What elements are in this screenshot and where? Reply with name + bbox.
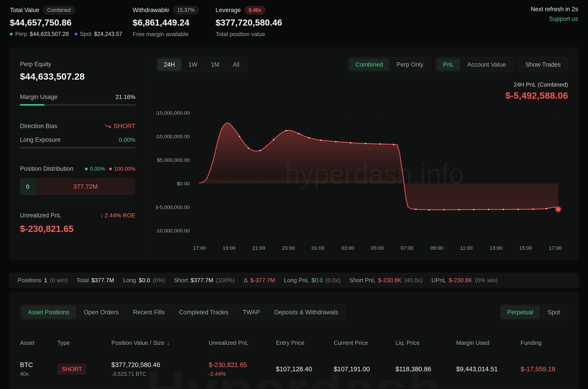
row-unrealized-pnl-pct: -2.44%	[209, 371, 274, 377]
withdrawable-sub: Free margin available	[133, 31, 216, 38]
distribution-short-segment: 377.72M	[36, 178, 135, 195]
summary-total: Total $377.7M	[76, 277, 114, 284]
long-exposure-label: Long Exposure	[20, 136, 61, 143]
withdrawable-badge: 15.37%	[173, 6, 199, 15]
total-value-amount: $44,657,750.86	[10, 18, 133, 28]
distribution-long-segment: 0	[20, 178, 36, 195]
col-unrealized-pnl[interactable]: Unrealized PnL	[209, 339, 274, 346]
support-us-link[interactable]: Support us	[531, 15, 578, 22]
leverage-metric: Leverage 8.46x $377,720,580.46 Total pos…	[216, 6, 282, 38]
svg-text:$-10,000,000.00: $-10,000,000.00	[156, 228, 190, 233]
pnl-readout-value: $-5,492,588.06	[156, 90, 568, 101]
stats-sidebar: Perp Equity $44,633,507.28 Margin Usage …	[20, 57, 146, 253]
position-type-badge: SHORT	[57, 364, 87, 375]
roe-down-arrow-icon: ↓	[100, 212, 103, 219]
show-trades-button[interactable]: Show Trades	[518, 57, 568, 72]
direction-bias-value: SHORT	[114, 123, 136, 130]
long-pct: 0.00%	[90, 166, 105, 172]
toggle-perpetual[interactable]: Perpetual	[501, 306, 540, 319]
sort-desc-icon: ↓	[167, 339, 170, 346]
svg-text:03:00: 03:00	[341, 245, 354, 251]
row-unrealized-pnl: $-230,821.65	[209, 361, 274, 369]
col-type[interactable]: Type	[57, 339, 109, 346]
row-margin-used: $9,443,014.51	[456, 365, 518, 373]
range-1m[interactable]: 1M	[205, 59, 226, 71]
summary-upnl: UPnL $-230.8K (0% win)	[431, 277, 498, 284]
long-exposure-bar	[20, 147, 135, 149]
mode-selector: Combined Perp Only	[348, 57, 431, 72]
col-liq-price[interactable]: Liq. Price	[395, 339, 454, 346]
asset-leverage: 40x	[20, 371, 55, 377]
margin-usage-bar	[20, 104, 135, 106]
range-24h[interactable]: 24H	[158, 59, 181, 71]
col-entry-price[interactable]: Entry Price	[276, 339, 332, 346]
view-selector: PnL Account Value	[435, 57, 513, 72]
withdrawable-metric: Withdrawable 15.37% $6,861,449.24 Free m…	[133, 6, 216, 38]
svg-text:07:00: 07:00	[401, 245, 414, 251]
svg-text:17:00: 17:00	[193, 245, 206, 251]
view-account-value[interactable]: Account Value	[461, 59, 512, 71]
summary-short-pnl: Short PnL $-230.8K (40.0x)	[349, 277, 422, 284]
position-distribution-label: Position Distribution	[20, 165, 74, 172]
mode-combined[interactable]: Combined	[349, 59, 389, 71]
top-metrics-bar: Total Value Combined $44,657,750.86 Perp…	[0, 0, 588, 38]
pnl-chart-area: hyperdash.info $15,000,000.00$10,000,000…	[156, 102, 568, 259]
svg-text:21:00: 21:00	[252, 245, 265, 251]
short-pct: 100.00%	[114, 166, 135, 172]
toggle-spot[interactable]: Spot	[541, 306, 567, 319]
col-funding[interactable]: Funding	[521, 339, 568, 346]
col-asset[interactable]: Asset	[20, 339, 55, 346]
mode-perp-only[interactable]: Perp Only	[390, 59, 430, 71]
table-header-row: Asset Type Position Value / Size↓ Unreal…	[20, 339, 568, 346]
asset-symbol: BTC	[20, 361, 55, 369]
unrealized-pnl-value: $-230,821.65	[20, 224, 135, 234]
position-size: -3,523.71 BTC	[111, 371, 206, 377]
trend-down-icon	[105, 124, 111, 128]
margin-usage-label: Margin Usage	[20, 94, 57, 100]
view-pnl[interactable]: PnL	[437, 59, 460, 71]
svg-text:11:00: 11:00	[460, 245, 473, 251]
positions-table: Asset Type Position Value / Size↓ Unreal…	[20, 339, 568, 387]
direction-bias-label: Direction Bias	[20, 123, 57, 130]
tab-completed-trades[interactable]: Completed Trades	[172, 306, 235, 319]
margin-usage-fill	[20, 104, 44, 106]
svg-text:23:00: 23:00	[282, 245, 295, 251]
pnl-chart[interactable]: $15,000,000.00$10,000,000.00$5,000,000.0…	[156, 102, 568, 259]
position-distribution-bar: 0 377.72M	[20, 178, 135, 195]
perp-value: $44,633,507.28	[30, 31, 69, 37]
col-margin-used[interactable]: Margin Used	[456, 339, 518, 346]
total-value-label: Total Value	[10, 7, 39, 14]
long-legend-dot-icon	[85, 167, 88, 170]
perp-label: Perp	[15, 31, 27, 37]
total-value-metric: Total Value Combined $44,657,750.86 Perp…	[10, 6, 133, 37]
svg-text:$15,000,000.00: $15,000,000.00	[156, 110, 190, 116]
col-current-price[interactable]: Current Price	[334, 339, 393, 346]
leverage-label: Leverage	[216, 7, 241, 14]
summary-long: Long $0.0 (0%)	[123, 277, 165, 284]
svg-text:$10,000,000.00: $10,000,000.00	[156, 133, 190, 139]
tab-deposits-withdrawals[interactable]: Deposits & Withdrawals	[268, 306, 345, 319]
withdrawable-amount: $6,861,449.24	[133, 18, 216, 28]
summary-delta: Δ $-377.7M	[244, 277, 275, 284]
svg-text:13:00: 13:00	[490, 245, 503, 251]
spot-dot-icon	[75, 33, 77, 35]
row-entry-price: $107,128.40	[276, 365, 332, 373]
spot-label: Spot	[80, 31, 91, 37]
tab-recent-fills[interactable]: Recent Fills	[126, 306, 171, 319]
tab-open-orders[interactable]: Open Orders	[77, 306, 125, 319]
margin-usage-value: 21.16%	[116, 94, 135, 100]
summary-short: Short $377.7M (100%)	[174, 277, 235, 284]
tab-asset-positions[interactable]: Asset Positions	[21, 306, 76, 319]
range-all[interactable]: All	[226, 59, 246, 71]
refresh-countdown: Next refresh in 2s	[531, 6, 578, 13]
col-position-value[interactable]: Position Value / Size↓	[111, 339, 206, 346]
chart-panel: 24H 1W 1M All Combined Perp Only PnL Acc…	[146, 57, 568, 253]
tab-twap[interactable]: TWAP	[236, 306, 267, 319]
unrealized-pnl-label: Unrealized PnL	[20, 212, 61, 219]
svg-text:$-5,000,000.00: $-5,000,000.00	[156, 204, 190, 210]
leverage-amount: $377,720,580.46	[216, 18, 282, 28]
table-row[interactable]: BTC 40x SHORT $377,720,580.46 -3,523.71 …	[20, 361, 568, 387]
range-1w[interactable]: 1W	[182, 59, 204, 71]
withdrawable-label: Withdrawable	[133, 7, 169, 14]
roe-value: 2.44% ROE	[105, 212, 135, 219]
